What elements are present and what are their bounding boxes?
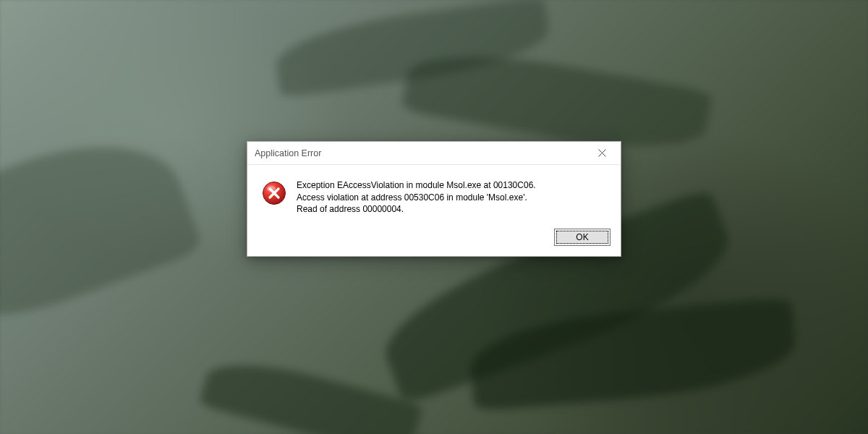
error-dialog: Application Error: [247, 141, 621, 257]
close-icon: [598, 149, 606, 157]
wallpaper-decoration: [0, 114, 204, 349]
dialog-body: Exception EAccessViolation in module Mso…: [247, 165, 621, 223]
dialog-title: Application Error: [255, 148, 321, 158]
error-message-line: Access violation at address 00530C06 in …: [297, 192, 536, 204]
error-message-line: Exception EAccessViolation in module Mso…: [297, 179, 536, 192]
close-button[interactable]: [587, 144, 616, 163]
ok-button[interactable]: OK: [554, 229, 610, 246]
error-icon: [262, 181, 286, 205]
error-message-line: Read of address 00000004.: [297, 203, 536, 216]
dialog-footer: OK: [247, 223, 621, 256]
error-message: Exception EAccessViolation in module Mso…: [297, 179, 536, 216]
dialog-titlebar[interactable]: Application Error: [247, 142, 621, 165]
